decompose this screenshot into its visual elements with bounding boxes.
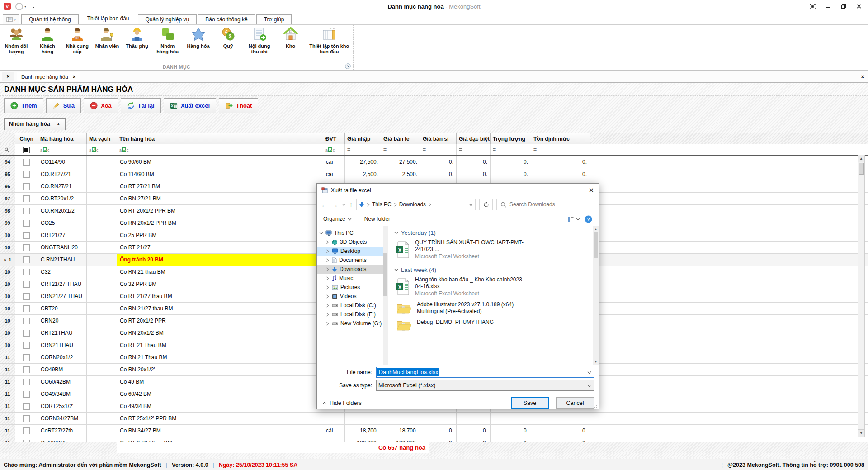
them-button[interactable]: Thêm — [4, 98, 43, 113]
row-checkbox[interactable] — [23, 208, 30, 214]
column-header-weight[interactable]: Trọng lượng — [491, 133, 531, 144]
filter-cell-special[interactable]: = — [457, 144, 491, 155]
recent-locations-icon[interactable] — [342, 203, 346, 206]
close-icon[interactable] — [856, 4, 862, 9]
breadcrumb-this-pc[interactable]: This PC — [372, 201, 392, 208]
cancel-button[interactable]: Cancel — [556, 397, 594, 409]
sidebar-item-desktop[interactable]: Desktop — [317, 247, 383, 256]
column-header-code[interactable]: Mã hàng hóa — [38, 133, 87, 144]
collapse-chevron-icon[interactable] — [319, 232, 323, 235]
menu-tab-bao-cao-thong-ke[interactable]: Báo cáo thống kê — [198, 14, 255, 24]
file-group-header[interactable]: Yesterday (1) — [394, 227, 591, 238]
refresh-button[interactable] — [479, 199, 493, 210]
ribbon-item-noi-dung-thu-chi[interactable]: Nội dung thu chi — [243, 27, 276, 54]
expand-chevron-icon[interactable] — [325, 240, 330, 244]
sidebar-item-videos[interactable]: Videos — [317, 292, 383, 301]
xoa-button[interactable]: Xóa — [84, 98, 118, 113]
filter-cell-buy[interactable]: = — [345, 144, 381, 155]
row-checkbox[interactable] — [23, 293, 30, 300]
ribbon-item-thiet-lap-ton-kho[interactable]: → ←Thiết lập tồn kho ban đầu — [306, 27, 353, 54]
chevron-down-icon[interactable] — [585, 371, 594, 374]
row-checkbox[interactable] — [23, 183, 30, 190]
table-row[interactable]: 94CO114/90Co 90/60 BMcái27,500.27,500.0.… — [0, 156, 868, 168]
column-header-rowhead[interactable] — [0, 133, 15, 144]
column-header-filler[interactable] — [590, 133, 868, 144]
folder-item[interactable]: Adobe Illustrator 2023 v27.1.0.189 (x64)… — [396, 301, 591, 315]
table-row[interactable]: 11CORN34/27BMCo RT 25x1/2' PPR BM — [0, 413, 868, 425]
file-item[interactable]: XQUY TRÌNH SẢN XUẤT-FLOWCHART-PMT-241023… — [396, 239, 591, 260]
thoat-button[interactable]: Thoát — [219, 98, 258, 113]
search-box[interactable]: Search Downloads — [496, 199, 594, 210]
row-checkbox[interactable] — [23, 220, 30, 227]
resize-grip[interactable] — [593, 404, 597, 408]
menu-tab-thiet-lap-ban-dau[interactable]: Thiết lập ban đầu — [80, 13, 137, 24]
tab-strip-close-button[interactable]: × — [2, 72, 14, 81]
folder-item[interactable]: Debug_DEMO_PHUMYTHANG — [396, 319, 591, 331]
filter-cell-name[interactable]: aBc — [117, 144, 323, 155]
row-checkbox[interactable] — [23, 195, 30, 202]
row-checkbox[interactable] — [23, 391, 30, 398]
expand-chevron-icon[interactable] — [325, 267, 330, 271]
sidebar-item-3d-objects[interactable]: 3D Objects — [317, 237, 383, 247]
sidebar-item-new-volume-g[interactable]: New Volume (G:) — [317, 319, 383, 328]
ribbon-item-kho[interactable]: Kho — [276, 27, 306, 49]
row-checkbox[interactable] — [23, 318, 30, 324]
column-header-stock[interactable]: Tồn định mức — [531, 133, 590, 144]
ribbon-item-khach-hang[interactable]: Khách hàng — [33, 27, 62, 54]
expand-chevron-icon[interactable] — [325, 304, 330, 308]
menu-tab-tro-giup[interactable]: Trợ giúp — [256, 14, 292, 24]
tree-scrollbar[interactable] — [383, 226, 388, 365]
chevron-down-icon[interactable] — [585, 384, 594, 387]
filter-cell-rowhead[interactable] — [0, 144, 15, 155]
save-as-type-select[interactable]: Microsoft Excel (*.xlsx) — [376, 380, 594, 391]
file-item[interactable]: XHàng tồn kho ban đầu _ Kho Kho chính202… — [396, 276, 591, 297]
filter-cell-code[interactable]: aBc — [38, 144, 87, 155]
expand-chevron-icon[interactable] — [325, 294, 330, 299]
ribbon-item-nhom-doi-tuong[interactable]: Nhóm đối tượng — [0, 27, 33, 54]
scroll-up-icon[interactable]: ▲ — [593, 226, 599, 232]
fullscreen-icon[interactable] — [810, 4, 816, 9]
row-checkbox[interactable] — [23, 403, 30, 410]
sidebar-item-this-pc[interactable]: This PC — [317, 228, 383, 237]
row-checkbox[interactable] — [23, 342, 30, 349]
ribbon-item-nha-cung-cap[interactable]: DXNhà cung cấp — [62, 27, 92, 54]
up-icon[interactable]: ↑ — [349, 201, 353, 208]
row-checkbox[interactable] — [23, 281, 30, 288]
tab-close-icon[interactable]: × — [73, 74, 76, 80]
row-checkbox[interactable] — [23, 244, 30, 251]
restore-icon[interactable] — [841, 4, 846, 9]
filter-cell-retail[interactable]: = — [381, 144, 420, 155]
menu-tab-quan-ly-nghiep-vu[interactable]: Quản lý nghiệp vụ — [138, 14, 197, 24]
row-checkbox[interactable] — [23, 427, 30, 434]
row-checkbox[interactable] — [23, 366, 30, 373]
file-list-scrollbar[interactable]: ▲ ▼ — [593, 226, 599, 365]
back-icon[interactable]: ← — [321, 201, 328, 209]
file-name-input[interactable]: DanhMucHangHoa.xlsx — [376, 367, 594, 378]
expand-chevron-icon[interactable] — [325, 258, 330, 262]
ribbon-item-nhan-vien[interactable]: Nhân viên — [92, 27, 122, 49]
group-filter-button[interactable]: Nhóm hàng hóa ▲ — [4, 118, 66, 130]
scroll-up-icon[interactable]: ▲ — [858, 155, 864, 162]
dialog-close-icon[interactable]: ✕ — [588, 186, 594, 195]
ribbon-item-thau-phu[interactable]: Thầu phụ — [122, 27, 152, 49]
sidebar-item-downloads[interactable]: Downloads — [317, 265, 383, 274]
column-header-unit[interactable]: ĐVT — [323, 133, 345, 144]
tai-lai-button[interactable]: Tải lại — [121, 98, 161, 113]
scroll-down-icon[interactable]: ▼ — [593, 359, 599, 365]
filter-cell-barcode[interactable]: aBc — [87, 144, 117, 155]
minimize-icon[interactable] — [826, 4, 831, 9]
table-row[interactable]: 95CO.RT27/21Co 114/90 BMcái2,500.2,500.0… — [0, 168, 868, 180]
row-checkbox[interactable] — [23, 415, 30, 422]
sidebar-item-local-disk-c[interactable]: Local Disk (C:) — [317, 301, 383, 310]
column-header-retail[interactable]: Giá bán lẻ — [381, 133, 420, 144]
ribbon-item-hang-hoa[interactable]: Hàng hóa — [184, 27, 213, 49]
xuat-excel-button[interactable]: XXuất excel — [164, 98, 216, 113]
forward-icon[interactable]: → — [331, 201, 338, 209]
window-menu-button[interactable]: ▿ — [3, 14, 19, 24]
tab-danh-muc-hang-hoa[interactable]: Danh mục hàng hóa × — [17, 72, 80, 81]
help-icon[interactable]: ? — [585, 215, 592, 223]
chevron-down-icon[interactable]: ▾ — [24, 5, 26, 9]
filter-cell-chon[interactable] — [15, 144, 38, 155]
expand-chevron-icon[interactable] — [325, 322, 330, 326]
row-checkbox[interactable] — [23, 159, 30, 166]
